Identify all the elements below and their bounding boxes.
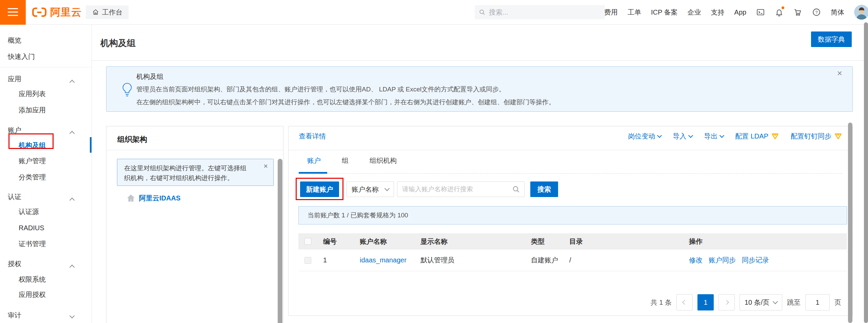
sidebar-item-auth-source[interactable]: 认证源 — [19, 207, 39, 216]
sidebar-item-radius[interactable]: RADIUS — [19, 223, 44, 233]
next-page-button[interactable] — [718, 294, 735, 310]
org-tip-close-icon[interactable]: × — [263, 163, 268, 170]
filter-field-select[interactable]: 账户名称 — [347, 181, 394, 197]
help-icon[interactable]: ? — [812, 8, 821, 17]
hamburger-menu-button[interactable] — [0, 0, 26, 25]
search-icon — [479, 9, 486, 16]
sidebar-item-add-app[interactable]: 添加应用 — [19, 105, 46, 115]
current-page-button[interactable]: 1 — [697, 294, 714, 310]
data-dictionary-button[interactable]: 数据字典 — [811, 31, 852, 47]
menu-item-tickets[interactable]: 工单 — [628, 8, 641, 17]
select-all-checkbox[interactable] — [304, 238, 311, 245]
column-header-type: 类型 — [531, 233, 545, 250]
prev-page-button[interactable] — [676, 294, 693, 310]
sidebar-group-authentication[interactable]: 认证 — [8, 192, 21, 201]
column-header-directory: 目录 — [569, 233, 583, 250]
sidebar-group-accounts[interactable]: 账户 — [8, 125, 21, 135]
sidebar-group-authorization[interactable]: 授权 — [8, 259, 21, 268]
notifications-bell-icon[interactable] — [775, 8, 784, 17]
menu-item-enterprise[interactable]: 企业 — [688, 8, 701, 17]
page-scrollbar-thumb[interactable] — [864, 22, 868, 323]
row-directory: / — [569, 250, 571, 271]
chevron-down-icon — [657, 133, 662, 138]
chevron-down-icon — [773, 299, 778, 304]
chevron-up-icon[interactable] — [70, 77, 74, 85]
org-panel-divider — [106, 150, 283, 150]
sidebar-item-quickstart[interactable]: 快速入门 — [8, 52, 35, 61]
logo-text: 阿里云 — [50, 5, 82, 19]
topbar-search-input[interactable] — [488, 8, 585, 17]
workspace-button[interactable]: 工作台 — [86, 5, 129, 19]
language-switcher[interactable]: 简体 — [831, 8, 844, 17]
sidebar-item-overview[interactable]: 概览 — [8, 36, 21, 45]
row-no: 1 — [323, 250, 327, 271]
account-search-input[interactable] — [401, 185, 509, 193]
org-panel-scrollbar[interactable] — [278, 159, 282, 323]
org-tip-text: 在这里对组织架构进行管理。左键可选择组织机构，右键可对组织机构进行操作。 — [124, 163, 250, 183]
page-title: 机构及组 — [100, 37, 136, 49]
tab-accounts[interactable]: 账户 — [307, 156, 321, 165]
top-navbar: 阿里云 工作台 费用 工单 ICP 备案 企业 支持 App — [0, 0, 868, 25]
configure-ldap-link[interactable]: 配置 LDAP — [735, 132, 779, 141]
menu-item-icp[interactable]: ICP 备案 — [651, 8, 678, 17]
alibaba-cloud-logo[interactable]: 阿里云 — [32, 0, 82, 24]
building-icon — [126, 193, 136, 203]
sidebar-item-org-and-groups[interactable]: 机构及组 — [19, 141, 46, 150]
sidebar-active-indicator — [90, 137, 92, 153]
cart-icon[interactable] — [793, 8, 802, 17]
cloudshell-icon[interactable] — [756, 8, 765, 17]
sidebar-group-applications[interactable]: 应用 — [8, 74, 21, 84]
workspace-label: 工作台 — [102, 8, 122, 17]
configure-dingtalk-sync-link[interactable]: 配置钉钉同步 — [791, 132, 842, 141]
row-checkbox[interactable] — [304, 257, 311, 264]
row-action-edit[interactable]: 修改 — [689, 256, 703, 265]
sidebar-item-app-list[interactable]: 应用列表 — [19, 89, 46, 99]
chevron-down-icon — [384, 186, 390, 191]
menu-item-app[interactable]: App — [734, 8, 747, 16]
menu-item-billing[interactable]: 费用 — [604, 8, 618, 17]
search-button[interactable]: 搜索 — [530, 181, 558, 197]
banner-close-icon[interactable]: × — [837, 69, 842, 78]
detail-panel: 查看详情 岗位变动 导入 导出 配置 LDAP 配置钉钉同步 — [288, 126, 853, 316]
home-icon — [92, 8, 99, 16]
panel-actions: 岗位变动 导入 导出 配置 LDAP 配置钉钉同步 — [628, 132, 842, 141]
notification-dot — [782, 6, 784, 9]
topbar-right-menu: 费用 工单 ICP 备案 企业 支持 App ? 简体 — [604, 0, 868, 24]
banner-text-line1: 管理员在当前页面对组织架构、部门及其包含的组、账户进行管理，也可以使用AD、 L… — [136, 85, 505, 94]
chevron-down-icon[interactable] — [70, 313, 74, 320]
tab-dashed-line — [299, 173, 842, 174]
tab-org-structure[interactable]: 组织机构 — [370, 156, 397, 165]
org-node-label: 阿里云IDAAS — [139, 194, 180, 203]
column-header-no: 编号 — [323, 233, 337, 250]
chevron-up-icon[interactable] — [70, 262, 74, 270]
row-action-account-sync[interactable]: 账户同步 — [709, 256, 736, 265]
position-change-dropdown[interactable]: 岗位变动 — [628, 132, 661, 141]
table-header: 编号 账户名称 显示名称 类型 目录 操作 — [298, 233, 847, 250]
import-dropdown[interactable]: 导入 — [673, 132, 692, 141]
chevron-up-icon[interactable] — [70, 195, 74, 203]
page-size-select[interactable]: 10 条/页 — [739, 294, 782, 310]
sidebar-item-category-mgmt[interactable]: 分类管理 — [19, 172, 46, 182]
chevron-up-icon[interactable] — [70, 128, 74, 136]
export-dropdown[interactable]: 导出 — [704, 132, 724, 141]
topbar-search — [475, 5, 605, 19]
active-tab-underline — [299, 172, 327, 174]
sidebar-item-account-mgmt[interactable]: 账户管理 — [19, 156, 46, 166]
main-content: 机构及组 数据字典 机构及组 管理员在当前页面对组织架构、部门及其包含的组、账户… — [92, 24, 868, 323]
org-tree-root-node[interactable]: 阿里云IDAAS — [126, 193, 180, 203]
row-account-link[interactable]: idaas_manager — [360, 250, 407, 271]
tab-groups[interactable]: 组 — [342, 156, 349, 165]
content-scrollbar-thumb[interactable] — [848, 123, 852, 323]
sidebar-item-permission-system[interactable]: 权限系统 — [19, 275, 46, 284]
user-avatar[interactable] — [854, 5, 868, 20]
info-banner: 机构及组 管理员在当前页面对组织架构、部门及其包含的组、账户进行管理，也可以使用… — [106, 66, 853, 112]
view-detail-link[interactable]: 查看详情 — [299, 132, 326, 141]
sidebar-item-app-authorization[interactable]: 应用授权 — [19, 290, 46, 299]
quota-info-bar: 当前账户数 1 / 已购套餐规格为 100 — [298, 206, 847, 224]
new-account-button[interactable]: 新建账户 — [300, 181, 339, 197]
sidebar-group-audit[interactable]: 审计 — [8, 310, 21, 320]
jump-to-page-input[interactable] — [805, 294, 830, 310]
row-action-sync-records[interactable]: 同步记录 — [742, 256, 769, 265]
menu-item-support[interactable]: 支持 — [711, 8, 725, 17]
sidebar-item-cert-mgmt[interactable]: 证书管理 — [19, 239, 46, 249]
